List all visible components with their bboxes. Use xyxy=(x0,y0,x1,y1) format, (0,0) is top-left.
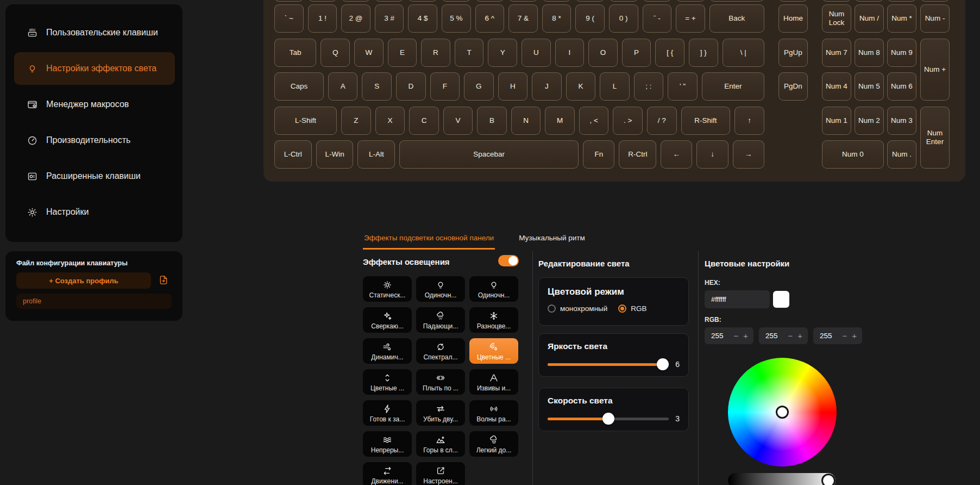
color-mode-radio-rgb[interactable]: RGB xyxy=(618,304,646,313)
key-p[interactable]: P xyxy=(622,39,651,67)
effect-button-движени...[interactable]: Движени... xyxy=(363,462,412,485)
key-j[interactable]: J xyxy=(532,72,562,101)
effect-button-горывсл...[interactable]: Горы в сл... xyxy=(416,431,465,457)
key-i[interactable]: I xyxy=(555,39,585,67)
key-num5[interactable]: Num 5 xyxy=(855,72,884,101)
stepper-plus-button[interactable]: + xyxy=(793,331,802,340)
key-l-alt[interactable]: L-Alt xyxy=(357,140,395,169)
stepper-minus-button[interactable]: − xyxy=(837,331,847,340)
key-caps[interactable]: Caps xyxy=(274,72,324,101)
key-s[interactable]: S xyxy=(362,72,392,101)
key-h[interactable]: H xyxy=(498,72,528,101)
effect-button-убитьдву...[interactable]: Убить дву... xyxy=(416,400,465,426)
key-num*[interactable]: Num * xyxy=(887,4,916,33)
key-9([interactable]: 9 ( xyxy=(575,4,605,33)
key-d[interactable]: D xyxy=(396,72,426,101)
effect-button-цветные...[interactable]: Цветные ... xyxy=(363,369,412,395)
key-num3[interactable]: Num 3 xyxy=(887,107,916,135)
key-o[interactable]: O xyxy=(588,39,618,67)
effect-button-непреры...[interactable]: Непреры... xyxy=(363,431,412,457)
key-'"[interactable]: ' " xyxy=(668,72,698,101)
key-1![interactable]: 1 ! xyxy=(308,4,337,33)
key-l[interactable]: L xyxy=(600,72,630,101)
rgb-stepper-r[interactable]: 255−+ xyxy=(705,327,753,344)
key-↓[interactable]: ↓ xyxy=(696,140,728,169)
effect-button-сверкаю...[interactable]: Сверкаю... xyxy=(363,307,412,333)
key-w[interactable]: W xyxy=(354,39,384,67)
key-num+[interactable]: Num + xyxy=(920,39,950,101)
effect-button-легкийдо...[interactable]: Легкий до... xyxy=(469,431,518,457)
effect-button-разноцве...[interactable]: Разноцве... xyxy=(469,307,518,333)
key-=+[interactable]: = + xyxy=(676,4,705,33)
stepper-minus-button[interactable]: − xyxy=(728,331,738,340)
effect-button-спектрал...[interactable]: Спектрал... xyxy=(416,338,465,364)
key-numlock[interactable]: Num Lock xyxy=(822,4,851,33)
sidebar-item-расширенныеклавиши[interactable]: Расширенные клавиши xyxy=(14,160,175,192)
effect-button-плытьпо...[interactable]: Плыть по ... xyxy=(416,369,465,395)
slider-track[interactable] xyxy=(548,418,669,420)
key-x[interactable]: X xyxy=(375,107,405,135)
key-n[interactable]: N xyxy=(511,107,541,135)
key-m[interactable]: M xyxy=(545,107,575,135)
key-v[interactable]: V xyxy=(443,107,473,135)
key-num1[interactable]: Num 1 xyxy=(822,107,851,135)
stepper-plus-button[interactable]: + xyxy=(738,331,748,340)
brightness-bar-picker[interactable] xyxy=(821,474,835,485)
key-num4[interactable]: Num 4 xyxy=(822,72,851,101)
key-f[interactable]: F xyxy=(430,72,460,101)
sidebar-item-настройкиэффектовсвета[interactable]: Настройки эффектов света xyxy=(14,52,175,85)
sidebar-item-настройки[interactable]: Настройки xyxy=(14,196,175,228)
effect-button-настроен...[interactable]: Настроен... xyxy=(416,462,465,485)
key-num6[interactable]: Num 6 xyxy=(887,72,916,101)
effect-button-цветные...[interactable]: Цветные ... xyxy=(469,338,518,364)
key-5%[interactable]: 5 % xyxy=(442,4,471,33)
key-b[interactable]: B xyxy=(477,107,507,135)
key-enter[interactable]: Enter xyxy=(702,72,764,101)
rgb-stepper-g[interactable]: 255−+ xyxy=(759,327,808,344)
tab-эффектыподсветкиосно[interactable]: Эффекты подсветки основной панели xyxy=(363,234,495,250)
key-home[interactable]: Home xyxy=(778,4,808,33)
key-z[interactable]: Z xyxy=(341,107,371,135)
key-\|[interactable]: \ | xyxy=(723,39,764,67)
key-/?[interactable]: / ? xyxy=(647,107,677,135)
key-;:[interactable]: ; : xyxy=(634,72,664,101)
effect-button-волныра...[interactable]: Волны ра... xyxy=(469,400,518,426)
key-num/[interactable]: Num / xyxy=(855,4,884,33)
key-k[interactable]: K xyxy=(566,72,596,101)
key-num.[interactable]: Num . xyxy=(887,140,916,169)
key-num0[interactable]: Num 0 xyxy=(822,140,884,169)
key-a[interactable]: A xyxy=(328,72,358,101)
key-g[interactable]: G xyxy=(464,72,494,101)
key-7&[interactable]: 7 & xyxy=(508,4,538,33)
key-c[interactable]: C xyxy=(409,107,439,135)
color-wheel[interactable] xyxy=(728,358,837,467)
key-numenter[interactable]: Num Enter xyxy=(920,107,950,169)
effect-button-одиночн...[interactable]: Одиночн... xyxy=(469,276,518,302)
key-r-shift[interactable]: R-Shift xyxy=(681,107,731,135)
key-r[interactable]: R xyxy=(421,39,450,67)
color-wheel-picker[interactable] xyxy=(776,406,789,419)
key-→[interactable]: → xyxy=(733,140,764,169)
rgb-stepper-b[interactable]: 255−+ xyxy=(813,327,862,344)
key-y[interactable]: Y xyxy=(488,39,517,67)
key-l-win[interactable]: L-Win xyxy=(316,140,354,169)
key-num8[interactable]: Num 8 xyxy=(855,39,884,67)
key-l-shift[interactable]: L-Shift xyxy=(274,107,337,135)
key-q[interactable]: Q xyxy=(321,39,350,67)
key-ˉ-[interactable]: ˉ - xyxy=(643,4,672,33)
key-]}[interactable]: ] } xyxy=(689,39,718,67)
key-pgup[interactable]: PgUp xyxy=(778,39,808,67)
profile-list-item[interactable]: profile xyxy=(16,294,172,309)
slider-thumb[interactable] xyxy=(602,413,614,425)
key-←[interactable]: ← xyxy=(661,140,692,169)
key-,<[interactable]: , < xyxy=(579,107,609,135)
key-6^[interactable]: 6 ^ xyxy=(475,4,505,33)
effect-button-извивыи...[interactable]: Извивы и... xyxy=(469,369,518,395)
sidebar-item-менеджермакросов[interactable]: Менеджер макросов xyxy=(14,88,175,121)
key-back[interactable]: Back xyxy=(709,4,764,33)
key-2@[interactable]: 2 @ xyxy=(341,4,370,33)
key-l-ctrl[interactable]: L-Ctrl xyxy=(274,140,312,169)
key-spacebar[interactable]: Spacebar xyxy=(399,140,579,169)
key-num9[interactable]: Num 9 xyxy=(887,39,916,67)
key-3#[interactable]: 3 # xyxy=(375,4,404,33)
